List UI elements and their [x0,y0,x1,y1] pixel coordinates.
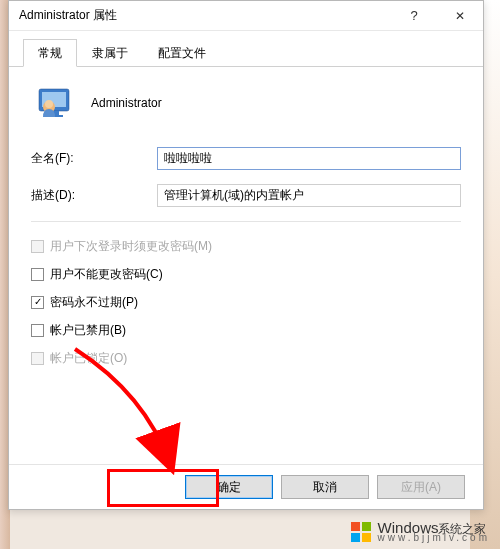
tab-memberof[interactable]: 隶属于 [77,39,143,67]
user-header: Administrator [37,85,461,121]
check-locked-label: 帐户已锁定(O) [50,350,127,367]
check-disabled[interactable] [31,324,44,337]
svg-rect-6 [351,522,360,531]
check-disabled-row: 帐户已禁用(B) [31,322,461,339]
check-locked [31,352,44,365]
fullname-label: 全名(F): [31,150,157,167]
tab-profile[interactable]: 配置文件 [143,39,221,67]
fullname-row: 全名(F): [31,147,461,170]
help-button[interactable]: ? [391,1,437,31]
check-cannotchange-row: 用户不能更改密码(C) [31,266,461,283]
tab-strip: 常规 隶属于 配置文件 [9,31,483,67]
general-page: Administrator 全名(F): 描述(D): 用户下次登录时须更改密码… [9,67,483,464]
watermark-url: www.bjjmlv.com [378,533,490,543]
check-disabled-label: 帐户已禁用(B) [50,322,126,339]
watermark: Windows系统之家 www.bjjmlv.com [350,520,490,543]
separator [31,221,461,222]
svg-rect-7 [362,522,371,531]
apply-button: 应用(A) [377,475,465,499]
titlebar: Administrator 属性 ? ✕ [9,1,483,31]
cancel-button[interactable]: 取消 [281,475,369,499]
description-row: 描述(D): [31,184,461,207]
fullname-input[interactable] [157,147,461,170]
windows-logo-icon [350,521,372,543]
tab-general[interactable]: 常规 [23,39,77,67]
ok-button[interactable]: 确定 [185,475,273,499]
svg-point-5 [45,100,53,108]
check-cannotchange[interactable] [31,268,44,281]
check-neverexpire[interactable] [31,296,44,309]
svg-rect-8 [351,533,360,542]
description-input[interactable] [157,184,461,207]
check-neverexpire-row: 密码永不过期(P) [31,294,461,311]
window-title: Administrator 属性 [19,7,391,24]
check-neverexpire-label: 密码永不过期(P) [50,294,138,311]
check-mustchange-row: 用户下次登录时须更改密码(M) [31,238,461,255]
user-icon [37,85,73,121]
check-locked-row: 帐户已锁定(O) [31,350,461,367]
close-button[interactable]: ✕ [437,1,483,31]
check-mustchange-label: 用户下次登录时须更改密码(M) [50,238,212,255]
button-bar: 确定 取消 应用(A) [9,464,483,509]
properties-dialog: Administrator 属性 ? ✕ 常规 隶属于 配置文件 Adminis… [8,0,484,510]
account-name-heading: Administrator [91,96,162,110]
description-label: 描述(D): [31,187,157,204]
check-cannotchange-label: 用户不能更改密码(C) [50,266,163,283]
svg-rect-9 [362,533,371,542]
check-mustchange [31,240,44,253]
